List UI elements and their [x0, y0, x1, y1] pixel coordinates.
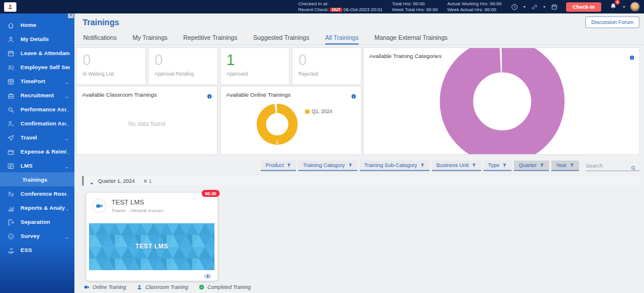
training-card[interactable]: 00:30 TEST LMS Trainer - Vikramk Kumarr [86, 193, 217, 281]
tab-suggested-trainings[interactable]: Suggested Trainings [253, 32, 309, 45]
sidebar-item-confirmation-assessment[interactable]: Confirmation Assessment [0, 116, 74, 130]
filter-label: Quarter [519, 162, 537, 168]
sidebar-item-label: Separation [21, 219, 50, 225]
sidebar-item-recruitment[interactable]: Recruitment [0, 88, 74, 102]
main-content: Trainings Discussion Forum Notifications… [74, 13, 644, 293]
sidebar-item-label: Travel [21, 134, 37, 141]
chevron-down-icon [66, 148, 70, 154]
thumbnail-title: TEST LMS [89, 243, 214, 250]
app-logo[interactable] [4, 2, 16, 12]
collapse-caret-icon[interactable] [89, 178, 94, 183]
sidebar-item-performance-assessment[interactable]: Performance Assessment [0, 102, 74, 116]
sidebar-item-label: Conference Room Booking [21, 190, 66, 197]
sidebar-item-label: TimePort [21, 78, 45, 84]
card-header: TEST LMS Trainer - Vikramk Kumarr [86, 193, 217, 213]
group-count: 1 [143, 178, 152, 184]
search-input[interactable] [586, 163, 631, 169]
expense-icon [7, 148, 15, 155]
search-icon[interactable] [631, 163, 636, 169]
calendar-icon[interactable] [551, 4, 558, 11]
filter-business-unit[interactable]: Business Unit [432, 161, 481, 171]
training-type-legend: Online TrainingClassroom TrainingComplet… [84, 284, 251, 290]
recruitment-icon [7, 91, 15, 99]
stat-card-approved: 1Approved [220, 47, 290, 85]
status-badge: OUT [330, 8, 342, 12]
stat-value: 0 [155, 52, 212, 68]
user-avatar[interactable] [630, 2, 640, 12]
legend-item-classroom-training: Classroom Training [137, 284, 188, 290]
tab-manage-external-trainings[interactable]: Manage External Trainings [374, 32, 448, 45]
chevron-down-icon [65, 205, 70, 210]
lms-icon [7, 162, 15, 169]
caret-down-icon[interactable] [522, 5, 527, 9]
filter-label: Product [265, 162, 284, 168]
sidebar-item-reports-analytics[interactable]: Reports & Analytics [0, 200, 74, 214]
info-icon[interactable] [629, 52, 635, 57]
filter-year[interactable]: Year [551, 161, 579, 171]
sidebar-item-home[interactable]: Home [0, 18, 74, 32]
help-icon[interactable]: ? [511, 4, 518, 11]
filter-label: Type [488, 162, 500, 168]
sidebar-item-timeport[interactable]: TimePort [0, 74, 74, 88]
tab-repetitive-trainings[interactable]: Repetitive Trainings [183, 32, 237, 45]
tabs-bar: NotificationsMy TrainingsRepetitive Trai… [74, 32, 644, 45]
funnel-icon [570, 163, 574, 168]
stat-label: Rejected [298, 71, 355, 77]
training-thumbnail[interactable]: TEST LMS [89, 223, 214, 270]
sidebar-item-label: Leave & Attendance [21, 50, 70, 56]
top-bar: Checked In at: Recent Check:OUT06-Oct-20… [0, 0, 644, 13]
info-icon[interactable] [207, 91, 212, 96]
sidebar-item-employee-self-service[interactable]: Employee Self Service [0, 60, 74, 74]
check-in-button[interactable]: Check-In [566, 2, 601, 12]
svg-text:1: 1 [276, 140, 278, 144]
tab-notifications[interactable]: Notifications [83, 32, 117, 45]
stat-label: In Waiting List [83, 71, 139, 77]
empty-state-text: No data found [77, 121, 217, 127]
sidebar-item-separation[interactable]: Separation [0, 214, 74, 229]
notification-count-badge: 4 [615, 0, 620, 5]
caret-down-icon[interactable] [542, 5, 547, 9]
filter-label: Training Category [303, 162, 345, 168]
training-categories-donut-chart[interactable] [432, 47, 573, 155]
caret-down-icon[interactable] [622, 5, 626, 9]
sidebar-item-label: Employee Self Service [21, 64, 70, 70]
funnel-icon [502, 163, 507, 168]
sidebar-item-my-details[interactable]: My Details [0, 32, 74, 46]
legend-label: Completed Training [207, 284, 251, 290]
sidebar-item-conference-room-booking[interactable]: Conference Room Booking [0, 186, 74, 200]
training-categories-panel: Available Training Categories [363, 47, 640, 155]
filter-training-category[interactable]: Training Category [298, 161, 357, 171]
recent-check-info: Checked In at: Recent Check:OUT06-Oct-20… [298, 1, 383, 13]
users-icon [7, 63, 15, 71]
sidebar-item-leave-attendance[interactable]: Leave & Attendance [0, 46, 74, 60]
discussion-forum-button[interactable]: Discussion Forum [585, 16, 639, 28]
panel-title: Available Classroom Trainings [77, 87, 217, 98]
sidebar-item-label: My Details [21, 36, 49, 42]
filter-quarter[interactable]: Quarter [514, 161, 549, 171]
info-icon[interactable] [351, 91, 356, 96]
chart-legend: Q1, 2024 [305, 108, 332, 114]
sidebar-item-lms[interactable]: LMS [0, 158, 74, 172]
sidebar-item-expense-reimbursement[interactable]: Expense & Reimbursement [0, 144, 74, 158]
sidebar-item-ess[interactable]: ESS [0, 243, 74, 257]
tab-all-trainings[interactable]: All Trainings [325, 32, 359, 45]
notifications-bell[interactable]: 4 [609, 2, 617, 12]
stat-label: Approved [227, 71, 284, 77]
sidebar-item-label: Survey [21, 233, 40, 239]
sidebar-subitem-trainings[interactable]: Trainings [0, 172, 74, 186]
stat-value: 0 [298, 52, 355, 68]
sidebar-item-survey[interactable]: Survey [0, 229, 74, 243]
timeport-icon [7, 77, 15, 85]
legend-item-completed-training: Completed Training [199, 284, 251, 290]
filter-training-sub-category[interactable]: Training Sub-Category [360, 161, 430, 171]
online-trainings-donut-chart[interactable]: 1 [253, 100, 302, 149]
group-header-row[interactable]: Quarter 1, 2024 1 [82, 176, 640, 186]
link-icon[interactable] [531, 4, 538, 11]
preview-eye-icon[interactable] [204, 272, 212, 280]
funnel-icon [472, 163, 476, 168]
sidebar-item-travel[interactable]: Travel [0, 130, 74, 144]
filter-type[interactable]: Type [483, 161, 512, 171]
sidebar-nav: « HomeMy DetailsLeave & AttendanceEmploy… [0, 13, 74, 293]
filter-product[interactable]: Product [261, 161, 296, 171]
tab-my-trainings[interactable]: My Trainings [132, 32, 168, 45]
